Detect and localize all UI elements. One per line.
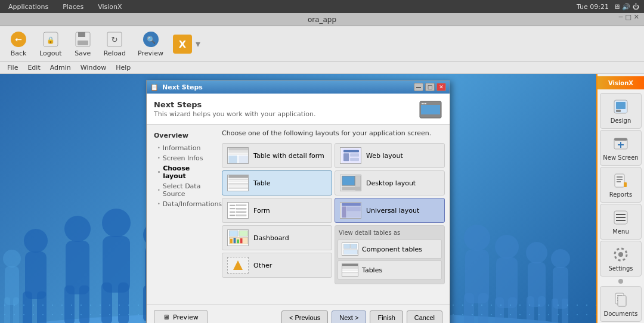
back-button[interactable]: ← Back: [5, 28, 32, 60]
svg-rect-97: [347, 212, 361, 218]
layout-label-table: Table: [253, 179, 270, 187]
layout-label-other: Other: [253, 262, 272, 269]
layout-label-form: Form: [253, 207, 270, 215]
dialog-close[interactable]: ✕: [436, 83, 446, 91]
toolbar-dropdown[interactable]: ▾: [196, 38, 200, 49]
svg-rect-116: [617, 181, 621, 182]
menu-edit[interactable]: Edit: [23, 63, 45, 73]
nav-select-data[interactable]: Select Data Source: [154, 181, 215, 199]
detail-thumb-tables: [342, 263, 358, 277]
svg-rect-73: [230, 215, 235, 216]
detail-thumb-component: [342, 243, 358, 256]
reload-button[interactable]: ↻ Reload: [99, 28, 131, 60]
documents-button[interactable]: Documents: [600, 286, 642, 322]
back-icon: ←: [10, 30, 27, 48]
detail-label-tables: Tables: [362, 266, 382, 274]
finish-button[interactable]: Finish: [370, 310, 402, 324]
svg-rect-119: [616, 214, 626, 215]
svg-rect-128: [618, 296, 626, 306]
preview-button[interactable]: 🖥 Preview: [154, 310, 208, 323]
dialog-controls: — □ ✕: [414, 83, 446, 91]
nav-screen-infos[interactable]: Screen Infos: [154, 153, 215, 163]
nav-choose-layout[interactable]: Choose layout: [154, 163, 215, 181]
svg-rect-62: [228, 179, 248, 181]
svg-rect-105: [342, 274, 358, 276]
svg-text:↻: ↻: [112, 35, 118, 44]
taskbar-left: Applications Places VisionX: [5, 2, 126, 12]
layout-label-desktop: Desktop layout: [366, 179, 416, 187]
previous-button[interactable]: < Previous: [281, 310, 328, 324]
dialog-description: This wizard helps you work with your app…: [154, 110, 315, 118]
layout-desktop[interactable]: Desktop layout: [335, 170, 445, 195]
dialog-body: Overview Information Screen Infos Choose…: [147, 125, 450, 305]
nav-data-info[interactable]: Data/Informations: [154, 199, 215, 209]
svg-rect-66: [228, 187, 248, 189]
svg-rect-63: [228, 181, 248, 182]
layout-web[interactable]: Web layout: [335, 143, 445, 168]
layout-thumb-table: [227, 175, 249, 191]
reports-icon: [612, 172, 629, 189]
app-title: ora_app: [308, 15, 336, 24]
dialog-maximize[interactable]: □: [425, 83, 435, 91]
layout-label-dashboard: Dashboard: [253, 234, 289, 242]
layout-thumb-universal: [340, 202, 361, 219]
dialog-minimize[interactable]: —: [414, 83, 423, 91]
detail-tables[interactable]: Tables: [338, 260, 442, 279]
documents-icon: [612, 291, 629, 308]
app-toolbar: ← Back 🔒 Logout Save ↻: [0, 26, 644, 62]
layout-other[interactable]: Other: [222, 253, 332, 278]
menu-help[interactable]: Help: [111, 63, 135, 73]
new-screen-button[interactable]: New Screen: [600, 130, 642, 166]
menu-file[interactable]: File: [2, 63, 23, 73]
svg-rect-69: [230, 208, 235, 209]
preview-icon: 🖥: [163, 313, 169, 321]
settings-button[interactable]: Settings: [600, 241, 642, 277]
menu-admin[interactable]: Admin: [45, 63, 76, 73]
layout-label-table-detail: Table with detail form: [253, 152, 324, 160]
logout-button[interactable]: 🔒 Logout: [35, 28, 67, 60]
next-button[interactable]: Next >: [332, 310, 366, 324]
layout-table[interactable]: Table: [222, 170, 332, 195]
layout-table-detail[interactable]: Table with detail form: [222, 143, 332, 168]
detail-label-component: Component tables: [362, 246, 422, 253]
right-panel-header: VisionX: [597, 76, 644, 89]
cancel-button[interactable]: Cancel: [407, 310, 442, 324]
layout-universal[interactable]: Universal layout: [335, 198, 445, 223]
reload-icon: ↻: [106, 30, 123, 48]
main-content: 📋 Next Steps — □ ✕ Next Steps This wizar…: [0, 74, 644, 323]
new-screen-icon: [612, 135, 629, 152]
svg-point-54: [423, 103, 425, 104]
dialog-overlay: 📋 Next Steps — □ ✕ Next Steps This wizar…: [0, 74, 596, 323]
layout-dashboard[interactable]: Dashboard: [222, 225, 332, 250]
dialog-titlebar: 📋 Next Steps — □ ✕: [147, 80, 450, 94]
menu-window[interactable]: Window: [76, 63, 111, 73]
menu-bar: File Edit Admin Window Help: [0, 62, 644, 74]
svg-rect-110: [614, 138, 627, 141]
nav-information[interactable]: Information: [154, 143, 215, 153]
svg-text:🔒: 🔒: [47, 36, 55, 44]
taskbar-visionx[interactable]: VisionX: [94, 2, 125, 12]
taskbar-applications[interactable]: Applications: [5, 2, 52, 12]
design-button[interactable]: Design: [600, 93, 642, 129]
save-button[interactable]: Save: [69, 28, 97, 60]
svg-rect-70: [236, 208, 246, 209]
detail-component-tables[interactable]: Component tables: [338, 240, 442, 259]
svg-rect-96: [347, 207, 361, 212]
content-title: Choose one of the following layouts for …: [222, 129, 445, 137]
nav-buttons: < Previous Next > Finish Cancel: [281, 310, 442, 324]
svg-rect-61: [228, 175, 248, 178]
taskbar-places[interactable]: Places: [59, 2, 87, 12]
next-steps-dialog: 📋 Next Steps — □ ✕ Next Steps This wizar…: [146, 80, 450, 323]
svg-rect-81: [240, 238, 243, 243]
svg-rect-101: [342, 264, 358, 266]
reports-button[interactable]: Reports: [600, 167, 642, 203]
layout-form[interactable]: Form: [222, 198, 332, 223]
save-icon: [74, 30, 92, 48]
dialog-nav: Overview Information Screen Infos Choose…: [151, 129, 217, 300]
menu-button[interactable]: Menu: [600, 204, 642, 240]
preview-toolbar-button[interactable]: 🔍 Preview: [133, 28, 168, 60]
svg-point-122: [618, 252, 623, 257]
svg-rect-64: [228, 183, 248, 185]
menu-icon: [612, 209, 629, 226]
svg-rect-107: [616, 102, 626, 109]
